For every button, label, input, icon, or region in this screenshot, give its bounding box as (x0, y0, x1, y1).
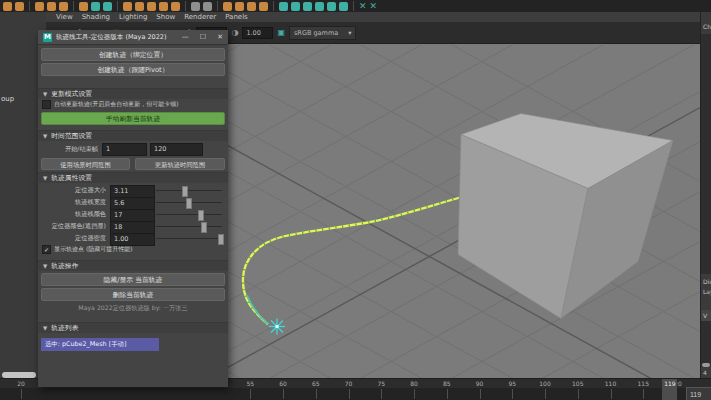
use-scene-range-button[interactable]: 使用场景时间范围 (41, 158, 130, 170)
shelf-tool-icon[interactable] (35, 2, 44, 11)
gamma-icon[interactable]: ◑ (231, 28, 238, 38)
auto-update-checkbox-row[interactable]: 自动更新轨迹(开启后会自动更新，但可能卡顿) (38, 100, 228, 109)
channel-box-strip: Chann Displ Layer V 4 (700, 12, 711, 378)
slider-track[interactable] (156, 214, 222, 216)
section-trail-list[interactable]: ▼轨迹列表 (38, 322, 228, 333)
trail-list-selected-item[interactable]: 选中: pCube2_Mesh [手动] (41, 338, 159, 351)
viewport-menu-renderer[interactable]: Renderer (184, 12, 216, 22)
delete-trail-button[interactable]: 删除当前轨迹 (41, 288, 225, 301)
viewport-menu-panels[interactable]: Panels (225, 12, 248, 22)
show-points-checkbox-row[interactable]: ✓ 显示轨迹点 (隐藏可提升性能) (38, 245, 228, 254)
shelf-tool-icon[interactable] (15, 2, 24, 11)
shelf-tool-icon[interactable] (247, 2, 256, 11)
shelf-tool-icon[interactable] (123, 2, 132, 11)
gamma-field[interactable]: 1.00 (242, 27, 273, 39)
current-frame-field[interactable] (686, 387, 711, 400)
end-frame-field[interactable]: 120 (150, 143, 203, 156)
display-tab[interactable]: Displ (703, 278, 711, 285)
shelf-bar[interactable]: ✕✕ (0, 0, 711, 12)
shelf-tool-icon[interactable] (291, 2, 300, 11)
shelf-tool-icon[interactable] (147, 2, 156, 11)
cube-object[interactable] (458, 114, 673, 319)
create-trail-pivot-button[interactable]: 创建轨迹（跟随Pivot） (41, 63, 225, 76)
range-slider-handle[interactable] (2, 372, 36, 378)
current-frame-marker[interactable]: 119 (662, 379, 677, 400)
delete-tool-icon[interactable]: ✕ (359, 2, 367, 11)
slider-row: 定位器大小3.11 (38, 184, 228, 196)
shelf-tool-icon[interactable] (171, 2, 180, 11)
shelf-tool-icon[interactable] (79, 2, 88, 11)
time-slider-track[interactable] (0, 388, 711, 400)
section-title: 轨迹操作 (51, 262, 78, 270)
timeline-tick (283, 389, 284, 399)
credit-text: Maya 2022定位器轨迹版 by: 一万张三 (38, 304, 228, 313)
close-button[interactable]: ✕ (217, 33, 223, 41)
locator-cross-icon[interactable] (269, 319, 285, 335)
slider-track[interactable] (156, 202, 222, 204)
shelf-separator (353, 1, 354, 11)
timeline-tick-label: 90 (476, 380, 484, 387)
shelf-tool-icon[interactable] (339, 2, 348, 11)
show-points-checkbox[interactable]: ✓ (42, 245, 51, 254)
shelf-tool-icon[interactable] (103, 2, 112, 11)
slider-label: 轨迹线颜色 (38, 208, 106, 220)
layer-hscroll-value: 4 (703, 369, 707, 376)
viewport-menu-show[interactable]: Show (156, 12, 175, 22)
section-title: 轨迹列表 (51, 324, 78, 332)
shelf-tool-icon[interactable] (3, 2, 12, 11)
collapse-arrow-icon: ▼ (43, 325, 47, 331)
section-time-range[interactable]: ▼时间范围设置 (38, 130, 228, 141)
create-trail-bind-button[interactable]: 创建轨迹（绑定位置） (41, 48, 225, 61)
minimize-button[interactable]: — (182, 33, 189, 41)
maya-logo-icon: M (43, 33, 52, 42)
layers-tab[interactable]: Layer (703, 288, 711, 295)
window-titlebar[interactable]: M 轨迹线工具-定位器版本 (Maya 2022) — ☐ ✕ (38, 30, 228, 45)
shelf-tool-icon[interactable] (279, 2, 288, 11)
viewport-menu-bar[interactable]: ViewShadingLightingShowRendererPanels (46, 12, 700, 22)
start-frame-field[interactable]: 1 (102, 143, 147, 156)
collapse-arrow-icon: ▼ (43, 175, 47, 181)
update-trail-range-button[interactable]: 更新轨迹时间范围 (135, 158, 225, 170)
viewport-menu-view[interactable]: View (56, 12, 73, 22)
channel-box-tab[interactable]: Chann (703, 23, 711, 30)
shelf-tool-icon[interactable] (235, 2, 244, 11)
colorspace-dropdown[interactable]: sRGB gamma ▾ (289, 26, 357, 40)
section-trail-operations[interactable]: ▼轨迹操作 (38, 260, 228, 271)
shelf-tool-icon[interactable] (135, 2, 144, 11)
shelf-tool-icon[interactable] (203, 2, 212, 11)
shelf-tool-icon[interactable] (47, 2, 56, 11)
shelf-separator (73, 1, 74, 11)
shelf-tool-icon[interactable] (303, 2, 312, 11)
maximize-button[interactable]: ☐ (200, 33, 206, 41)
chevron-down-icon: ▾ (348, 27, 351, 39)
section-display-settings[interactable]: ▼轨迹属性设置 (38, 172, 228, 183)
slider-handle[interactable] (218, 234, 224, 245)
shelf-tool-icon[interactable] (91, 2, 100, 11)
manual-refresh-button[interactable]: 手动刷新当前轨迹 (41, 112, 225, 125)
colorspace-icon[interactable]: ▣ (277, 28, 285, 38)
shelf-tool-icon[interactable] (191, 2, 200, 11)
slider-track[interactable] (156, 238, 222, 240)
shelf-tool-icon[interactable] (159, 2, 168, 11)
slider-track[interactable] (156, 190, 222, 192)
slider-label: 轨迹线宽度 (38, 196, 106, 208)
viewport-menu-shading[interactable]: Shading (82, 12, 110, 22)
viewport-menu-lighting[interactable]: Lighting (119, 12, 147, 22)
maya-application-window: ✕✕ oup ViewShadingLightingShowRendererPa… (0, 0, 711, 400)
timeline-tick-label: 65 (312, 380, 320, 387)
timeline-tick (349, 389, 350, 399)
shelf-tool-icon[interactable] (327, 2, 336, 11)
shelf-tool-icon[interactable] (223, 2, 232, 11)
slider-track[interactable] (156, 226, 222, 228)
motion-trail-curve[interactable] (243, 198, 460, 325)
shelf-tool-icon[interactable] (259, 2, 268, 11)
shelf-tool-icon[interactable] (59, 2, 68, 11)
layer-scrollbar[interactable] (702, 363, 710, 367)
auto-update-checkbox[interactable] (42, 100, 51, 109)
section-update-mode[interactable]: ▼更新模式设置 (38, 88, 228, 99)
timeline-tick-label: 70 (345, 380, 353, 387)
delete-tool-icon[interactable]: ✕ (370, 2, 378, 11)
shelf-tool-icon[interactable] (315, 2, 324, 11)
timeline-tick (578, 389, 579, 399)
toggle-trail-button[interactable]: 隐藏/显示 当前轨迹 (41, 273, 225, 286)
